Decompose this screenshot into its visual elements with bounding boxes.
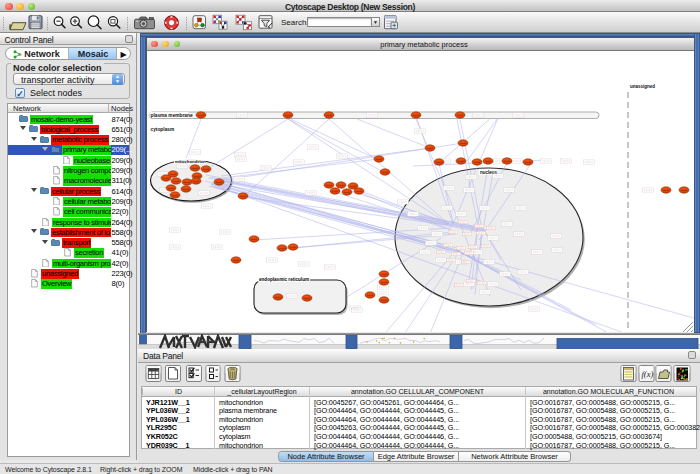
svg-text:endoplasmic reticulum: endoplasmic reticulum [259, 276, 309, 281]
svg-text:f(x): f(x) [642, 369, 654, 379]
svg-text:unassigned: unassigned [630, 83, 655, 88]
svg-text:mitochondrion: mitochondrion [175, 158, 206, 163]
svg-text:cytoplasm: cytoplasm [151, 126, 175, 131]
svg-text:plasma membrane: plasma membrane [151, 112, 193, 117]
